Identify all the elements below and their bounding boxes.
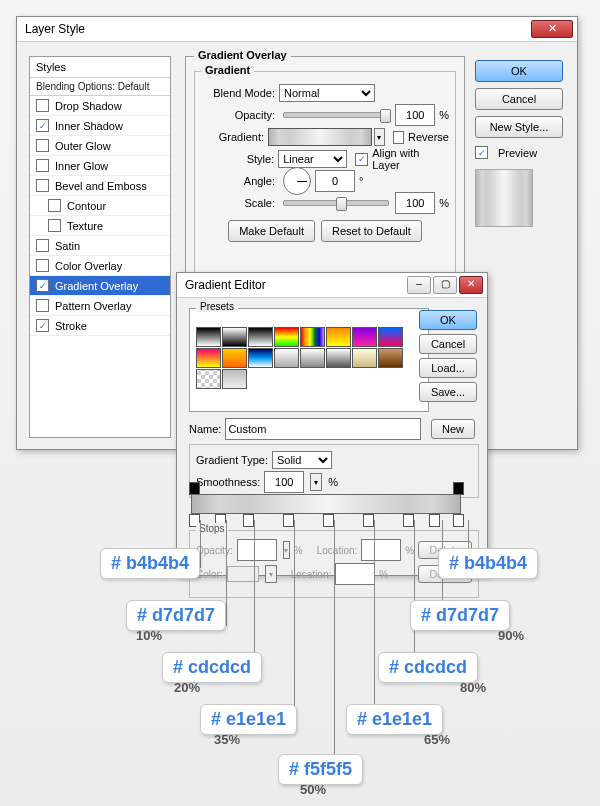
new-button[interactable]: New (431, 419, 475, 439)
gradient-group: Gradient Blend Mode: Normal Opacity: % G… (194, 71, 456, 281)
style-satin[interactable]: Satin (30, 236, 170, 256)
scale-label: Scale: (201, 197, 275, 209)
align-layer-checkbox[interactable]: ✓ (355, 153, 368, 166)
layer-style-title: Layer Style (25, 22, 85, 36)
pct-label: % (328, 476, 338, 488)
opacity-slider[interactable] (283, 112, 389, 118)
dropdown-icon: ▾ (283, 541, 290, 559)
checkbox-icon[interactable]: ✓ (36, 319, 49, 332)
align-layer-label: Align with Layer (372, 147, 449, 171)
checkbox-icon[interactable] (36, 259, 49, 272)
annotation-hex: # b4b4b4 (100, 548, 200, 579)
scale-input[interactable] (395, 192, 435, 214)
checkbox-icon[interactable] (36, 139, 49, 152)
gradient-swatch[interactable] (268, 128, 372, 146)
style-bevel-emboss[interactable]: Bevel and Emboss (30, 176, 170, 196)
checkbox-icon[interactable] (36, 239, 49, 252)
annotation-line (294, 520, 295, 728)
gradient-editor-title: Gradient Editor (185, 278, 266, 292)
style-stroke[interactable]: ✓Stroke (30, 316, 170, 336)
blend-mode-label: Blend Mode: (201, 87, 275, 99)
annotation-pct: 10% (136, 628, 162, 643)
color-stop[interactable] (453, 514, 464, 527)
checkbox-icon[interactable] (36, 159, 49, 172)
checkbox-icon[interactable] (36, 299, 49, 312)
preview-checkbox[interactable]: ✓ (475, 146, 488, 159)
close-button[interactable]: ✕ (459, 276, 483, 294)
style-gradient-overlay[interactable]: ✓Gradient Overlay (30, 276, 170, 296)
color-stop[interactable] (283, 514, 294, 527)
scale-slider[interactable] (283, 200, 389, 206)
gradient-dropdown[interactable]: ▾ (374, 128, 385, 146)
annotation-hex: # b4b4b4 (438, 548, 538, 579)
angle-dial[interactable] (283, 167, 311, 195)
preview-swatch (475, 169, 533, 227)
style-contour[interactable]: Contour (30, 196, 170, 216)
smoothness-label: Smoothness: (196, 476, 260, 488)
cancel-button[interactable]: Cancel (475, 88, 563, 110)
annotation-line (374, 520, 375, 728)
ok-button[interactable]: OK (475, 60, 563, 82)
dialog-buttons: OK Cancel New Style... ✓ Preview (475, 60, 563, 227)
opacity-label: Opacity: (201, 109, 275, 121)
checkbox-icon[interactable] (36, 99, 49, 112)
reverse-checkbox[interactable] (393, 131, 404, 144)
annotation-line (200, 520, 201, 568)
style-color-overlay[interactable]: Color Overlay (30, 256, 170, 276)
ge-cancel-button[interactable]: Cancel (419, 334, 477, 354)
presets-panel: Presets (189, 308, 429, 412)
reset-default-button[interactable]: Reset to Default (321, 220, 422, 242)
layer-style-titlebar: Layer Style ✕ (17, 17, 577, 42)
annotation-pct: 90% (498, 628, 524, 643)
color-stop[interactable] (323, 514, 334, 527)
angle-input[interactable] (315, 170, 355, 192)
gradient-type-select[interactable]: Solid (272, 451, 332, 469)
ge-save-button[interactable]: Save... (419, 382, 477, 402)
blend-mode-select[interactable]: Normal (279, 84, 375, 102)
ge-load-button[interactable]: Load... (419, 358, 477, 378)
preset-swatches[interactable] (196, 327, 422, 389)
close-button[interactable]: ✕ (531, 20, 573, 38)
annotation-pct: 50% (300, 782, 326, 797)
style-drop-shadow[interactable]: Drop Shadow (30, 96, 170, 116)
color-stop[interactable] (429, 514, 440, 527)
pct-label: % (439, 109, 449, 121)
color-stop[interactable] (363, 514, 374, 527)
gradient-bar[interactable] (191, 494, 461, 514)
style-inner-shadow[interactable]: ✓Inner Shadow (30, 116, 170, 136)
gradient-editor-titlebar: Gradient Editor – ▢ ✕ (177, 273, 487, 298)
opacity-input[interactable] (395, 104, 435, 126)
blending-options[interactable]: Blending Options: Default (30, 78, 170, 96)
annotation-hex: # cdcdcd (378, 652, 478, 683)
maximize-button[interactable]: ▢ (433, 276, 457, 294)
ge-ok-button[interactable]: OK (419, 310, 477, 330)
annotation-line (226, 520, 227, 626)
style-outer-glow[interactable]: Outer Glow (30, 136, 170, 156)
minimize-button[interactable]: – (407, 276, 431, 294)
annotation-hex: # f5f5f5 (278, 754, 363, 785)
dropdown-icon: ▾ (265, 565, 277, 583)
checkbox-icon[interactable] (36, 179, 49, 192)
style-label: Style: (201, 153, 274, 165)
color-stop[interactable] (403, 514, 414, 527)
style-select[interactable]: Linear (278, 150, 347, 168)
checkbox-icon[interactable] (48, 199, 61, 212)
make-default-button[interactable]: Make Default (228, 220, 315, 242)
reverse-label: Reverse (408, 131, 449, 143)
checkbox-icon[interactable]: ✓ (36, 119, 49, 132)
style-pattern-overlay[interactable]: Pattern Overlay (30, 296, 170, 316)
checkbox-icon[interactable]: ✓ (36, 279, 49, 292)
name-input[interactable] (225, 418, 421, 440)
pct-label: % (439, 197, 449, 209)
styles-header[interactable]: Styles (30, 57, 170, 78)
gradient-overlay-panel: Gradient Overlay Gradient Blend Mode: No… (185, 56, 465, 294)
group-title: Gradient Overlay (194, 49, 291, 61)
gradient-editor-buttons: OK Cancel Load... Save... (419, 310, 477, 402)
new-style-button[interactable]: New Style... (475, 116, 563, 138)
style-inner-glow[interactable]: Inner Glow (30, 156, 170, 176)
checkbox-icon[interactable] (48, 219, 61, 232)
color-stop[interactable] (243, 514, 254, 527)
style-texture[interactable]: Texture (30, 216, 170, 236)
smoothness-dropdown[interactable]: ▾ (310, 473, 322, 491)
smoothness-input[interactable] (264, 471, 304, 493)
